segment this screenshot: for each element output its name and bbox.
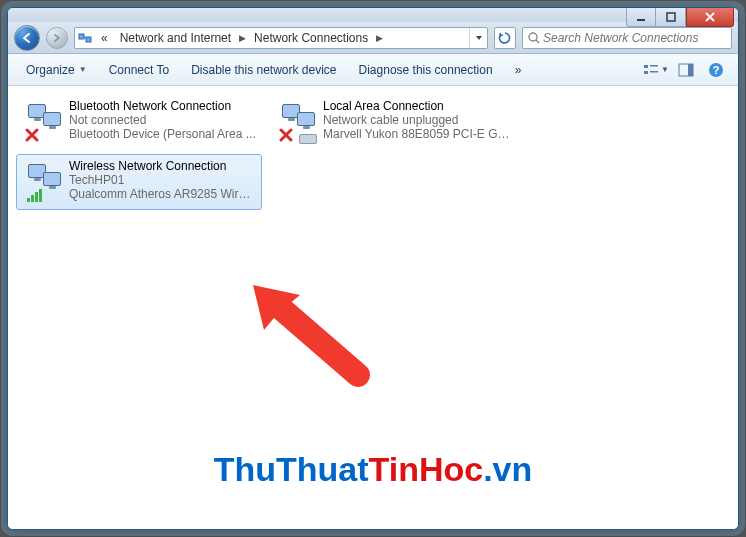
connection-item[interactable]: Local Area ConnectionNetwork cable unplu… bbox=[270, 94, 516, 150]
search-box[interactable] bbox=[522, 27, 732, 49]
diagnose-connection-button[interactable]: Diagnose this connection bbox=[349, 59, 503, 81]
chevron-down-icon: ▼ bbox=[79, 65, 87, 74]
svg-rect-10 bbox=[688, 64, 693, 76]
connections-list: Bluetooth Network ConnectionNot connecte… bbox=[14, 92, 732, 212]
network-adapter-icon bbox=[275, 99, 323, 145]
back-button[interactable] bbox=[14, 25, 40, 51]
cable-icon bbox=[299, 134, 317, 144]
signal-strength-icon bbox=[27, 189, 42, 202]
breadcrumb-current[interactable]: Network Connections bbox=[248, 31, 374, 45]
connection-status: Not connected bbox=[69, 113, 257, 127]
watermark: ThuThuatTinHoc.vn bbox=[8, 450, 738, 489]
watermark-part2: TinHoc bbox=[369, 450, 484, 488]
disabled-overlay-icon bbox=[25, 128, 39, 142]
content-area[interactable]: Bluetooth Network ConnectionNot connecte… bbox=[8, 86, 738, 529]
view-options-button[interactable]: ▼ bbox=[642, 58, 670, 82]
unplugged-overlay-icon bbox=[279, 128, 293, 142]
address-dropdown[interactable] bbox=[469, 28, 487, 48]
organize-label: Organize bbox=[26, 63, 75, 77]
command-bar: Organize ▼ Connect To Disable this netwo… bbox=[8, 54, 738, 86]
connection-name: Bluetooth Network Connection bbox=[69, 99, 257, 113]
connection-status: TechHP01 bbox=[69, 173, 257, 187]
breadcrumb-parent[interactable]: Network and Internet bbox=[114, 31, 237, 45]
connection-name: Local Area Connection bbox=[323, 99, 511, 113]
overflow-menu[interactable]: » bbox=[505, 59, 532, 81]
preview-pane-button[interactable] bbox=[672, 58, 700, 82]
forward-button[interactable] bbox=[46, 27, 68, 49]
svg-text:?: ? bbox=[713, 64, 720, 76]
connection-device: Marvell Yukon 88E8059 PCI-E Gig... bbox=[323, 127, 511, 141]
svg-rect-7 bbox=[650, 65, 658, 67]
connection-status: Network cable unplugged bbox=[323, 113, 511, 127]
refresh-button[interactable] bbox=[494, 27, 516, 49]
svg-rect-8 bbox=[650, 71, 658, 73]
titlebar[interactable] bbox=[8, 8, 738, 22]
connection-name: Wireless Network Connection bbox=[69, 159, 257, 173]
breadcrumb-prefix[interactable]: « bbox=[95, 31, 114, 45]
search-icon bbox=[527, 31, 541, 45]
svg-rect-0 bbox=[637, 19, 645, 21]
caption-buttons bbox=[626, 7, 734, 27]
network-adapter-icon bbox=[21, 99, 69, 145]
watermark-part3: .vn bbox=[483, 450, 532, 488]
annotation-arrow bbox=[248, 280, 378, 390]
connect-to-button[interactable]: Connect To bbox=[99, 59, 180, 81]
location-icon bbox=[75, 30, 95, 46]
svg-rect-5 bbox=[644, 65, 648, 68]
chevron-right-icon: ▶ bbox=[374, 33, 385, 43]
chevron-down-icon: ▼ bbox=[661, 65, 669, 74]
explorer-window: « Network and Internet ▶ Network Connect… bbox=[7, 7, 739, 530]
connection-device: Qualcomm Atheros AR9285 Wirel... bbox=[69, 187, 257, 201]
search-input[interactable] bbox=[541, 30, 727, 46]
minimize-button[interactable] bbox=[626, 7, 656, 27]
organize-menu[interactable]: Organize ▼ bbox=[16, 59, 97, 81]
disable-device-button[interactable]: Disable this network device bbox=[181, 59, 346, 81]
svg-point-4 bbox=[529, 33, 537, 41]
watermark-part1: ThuThuat bbox=[214, 450, 369, 488]
help-button[interactable]: ? bbox=[702, 58, 730, 82]
close-button[interactable] bbox=[686, 7, 734, 27]
maximize-button[interactable] bbox=[656, 7, 686, 27]
svg-rect-2 bbox=[79, 34, 84, 39]
svg-rect-6 bbox=[644, 71, 648, 74]
address-bar[interactable]: « Network and Internet ▶ Network Connect… bbox=[74, 27, 488, 49]
connection-item[interactable]: Bluetooth Network ConnectionNot connecte… bbox=[16, 94, 262, 150]
svg-rect-1 bbox=[667, 13, 675, 21]
svg-rect-3 bbox=[86, 37, 91, 42]
chevron-right-icon: ▶ bbox=[237, 33, 248, 43]
breadcrumb[interactable]: « Network and Internet ▶ Network Connect… bbox=[95, 28, 469, 48]
connection-device: Bluetooth Device (Personal Area ... bbox=[69, 127, 257, 141]
connection-item[interactable]: Wireless Network ConnectionTechHP01Qualc… bbox=[16, 154, 262, 210]
network-adapter-icon bbox=[21, 159, 69, 205]
